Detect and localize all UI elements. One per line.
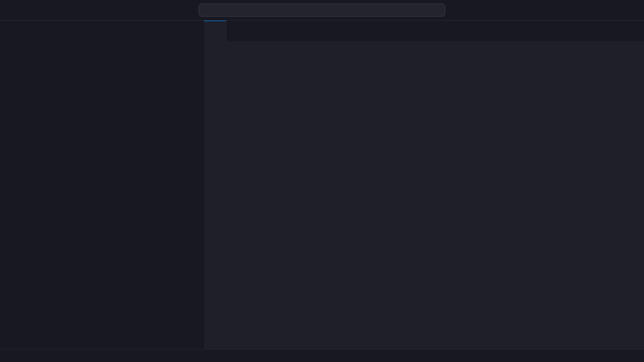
sidebar-explorer: [28, 20, 204, 349]
editor-group: [204, 20, 644, 349]
activity-bar: [0, 20, 28, 349]
vscode-logo-icon: [6, 5, 17, 16]
tab-helloworld-vue[interactable]: [204, 20, 226, 41]
command-center-search[interactable]: [199, 4, 445, 17]
section-project[interactable]: [28, 40, 203, 52]
editor-actions: [628, 20, 644, 41]
workbench: [0, 20, 644, 349]
status-bar: [0, 349, 644, 362]
tab-bar: [204, 20, 644, 41]
title-bar: [0, 0, 644, 20]
code-editor[interactable]: [204, 54, 644, 349]
breadcrumb: [204, 41, 644, 54]
sidebar-title-row: [28, 20, 203, 38]
